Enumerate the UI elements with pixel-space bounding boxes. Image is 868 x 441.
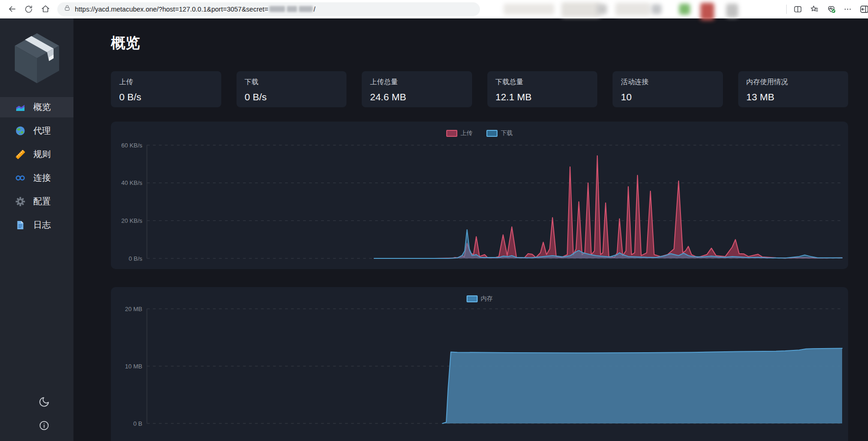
browser-essentials-icon[interactable]	[823, 2, 839, 17]
stat-label: 内存使用情况	[747, 78, 840, 86]
address-bar[interactable]: https://yacd.metacubex.one/?host=127.0.0…	[57, 2, 480, 16]
sidebar-item-rules[interactable]: 规则	[0, 144, 73, 165]
info-icon[interactable]	[38, 419, 50, 432]
svg-text:60 KB/s: 60 KB/s	[121, 142, 142, 149]
link-icon	[15, 173, 25, 183]
stat-value: 0 B/s	[245, 92, 339, 103]
legend-label: 内存	[481, 294, 493, 303]
lock-icon[interactable]	[64, 5, 71, 13]
sidebar-item-label: 日志	[33, 219, 51, 231]
sidebar-item-label: 代理	[33, 125, 51, 137]
blurred-secret	[287, 6, 297, 12]
sidebar-item-overview[interactable]: 概览	[0, 97, 73, 117]
stat-value: 12.1 MB	[496, 92, 589, 103]
blurred-extension-icon	[726, 4, 738, 18]
blurred-secret	[299, 6, 313, 12]
split-screen-icon[interactable]	[789, 2, 806, 17]
memory-chart-legend: 内存	[111, 294, 848, 303]
legend-label: 上传	[461, 129, 473, 137]
stat-card-download-total: 下载总量 12.1 MB	[487, 71, 598, 107]
svg-text:20 KB/s: 20 KB/s	[121, 217, 142, 224]
blurred-extension-icon	[700, 3, 714, 20]
sidebar-item-proxies[interactable]: 代理	[0, 121, 73, 141]
stat-value: 13 MB	[747, 92, 840, 103]
sidebar-item-logs[interactable]: 日志	[0, 215, 73, 235]
svg-text:10 MB: 10 MB	[125, 363, 142, 370]
stat-card-upload-total: 上传总量 24.6 MB	[362, 71, 472, 107]
blurred-item	[561, 2, 601, 17]
download-legend-swatch	[486, 130, 498, 137]
traffic-area-chart: 60 KB/s40 KB/s20 KB/s0 B/s	[111, 122, 848, 269]
svg-text:0 B: 0 B	[133, 420, 142, 427]
home-icon[interactable]	[37, 2, 54, 17]
stat-label: 上传总量	[370, 78, 464, 86]
svg-text:40 KB/s: 40 KB/s	[121, 179, 142, 186]
sidebar-nav: 概览 代理 规则 连接	[0, 97, 73, 239]
sidebar-item-label: 连接	[33, 172, 51, 184]
stat-card-active-connections: 活动连接 10	[613, 71, 723, 107]
sidebar: 概览 代理 规则 连接	[0, 18, 73, 441]
stat-label: 下载总量	[496, 78, 589, 86]
stat-label: 下载	[245, 78, 339, 86]
stat-card-download: 下载 0 B/s	[237, 71, 347, 107]
svg-text:0 B/s: 0 B/s	[128, 255, 142, 262]
blurred-extensions-area	[499, 0, 748, 21]
sidebar-item-config[interactable]: 配置	[0, 191, 73, 212]
traffic-chart-legend: 上传 下载	[111, 129, 848, 137]
sidebar-item-label: 规则	[33, 148, 51, 160]
refresh-icon[interactable]	[20, 2, 37, 17]
legend-item-download: 下载	[486, 129, 513, 137]
browser-toolbar: https://yacd.metacubex.one/?host=127.0.0…	[0, 0, 868, 18]
stat-card-memory-usage: 内存使用情况 13 MB	[738, 71, 849, 107]
legend-item-upload: 上传	[446, 129, 473, 137]
blurred-secret	[269, 6, 285, 12]
stat-label: 活动连接	[621, 78, 715, 86]
globe-icon	[15, 126, 25, 136]
legend-item-memory: 内存	[467, 294, 493, 303]
sidebar-item-connections[interactable]: 连接	[0, 168, 73, 188]
favorites-icon[interactable]	[806, 2, 823, 17]
sidebar-item-label: 配置	[33, 196, 51, 208]
gear-icon	[15, 196, 25, 207]
stat-card-upload: 上传 0 B/s	[111, 71, 221, 107]
stat-value: 24.6 MB	[370, 92, 464, 103]
memory-legend-swatch	[467, 295, 478, 302]
page-title: 概览	[111, 33, 868, 53]
traffic-chart-panel: 上传 下载 60 KB/s40 KB/s20 KB/s0 B/s	[111, 122, 848, 269]
blurred-item	[504, 4, 554, 15]
memory-area-chart: 20 MB10 MB0 B	[111, 287, 848, 441]
blurred-item	[615, 3, 650, 16]
stat-value: 10	[621, 92, 715, 103]
sidebar-item-label: 概览	[33, 101, 51, 113]
memory-chart-panel: 内存 20 MB10 MB0 B	[111, 287, 848, 441]
legend-label: 下载	[501, 129, 513, 137]
clash-meta-logo	[13, 31, 61, 86]
upload-legend-swatch	[446, 130, 457, 137]
blurred-extension-icon	[597, 4, 607, 14]
blurred-extension-icon	[651, 4, 662, 14]
url-text: https://yacd.metacubex.one/?host=127.0.0…	[75, 6, 316, 13]
sidebar-bottom	[0, 396, 73, 441]
main-content: 概览 上传 0 B/s 下载 0 B/s 上传总量 24.6 MB 下载总量 1…	[73, 18, 868, 441]
blurred-extension-icon	[679, 4, 690, 15]
stat-value: 0 B/s	[119, 92, 213, 103]
document-icon	[15, 220, 25, 230]
more-menu-icon[interactable]	[839, 2, 856, 17]
toolbar-divider	[786, 5, 787, 14]
stat-cards: 上传 0 B/s 下载 0 B/s 上传总量 24.6 MB 下载总量 12.1…	[111, 71, 848, 107]
ruler-icon	[15, 149, 25, 159]
svg-text:20 MB: 20 MB	[125, 306, 142, 312]
overview-chart-icon	[15, 102, 25, 112]
yacd-dashboard: 概览 代理 规则 连接	[0, 18, 868, 441]
toolbar-right	[783, 2, 864, 17]
sidebar-panel-icon[interactable]	[856, 2, 868, 17]
stat-label: 上传	[119, 78, 213, 86]
theme-toggle-moon-icon[interactable]	[38, 396, 50, 408]
back-icon[interactable]	[4, 2, 20, 17]
